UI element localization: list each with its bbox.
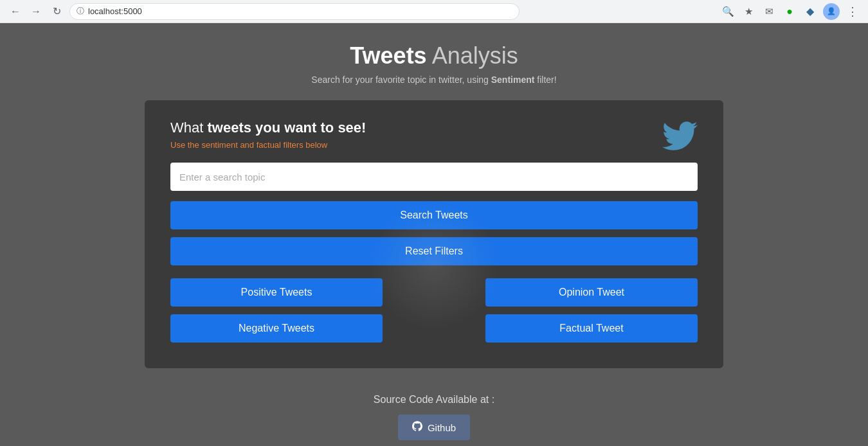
extension-icon-python[interactable]: ◆ [802,4,818,19]
filter-buttons-grid: Positive Tweets Opinion Tweet Negative T… [170,278,698,343]
reload-button[interactable]: ↻ [49,4,64,19]
card-title-before: What [170,120,207,136]
footer-text: Source Code Available at : [374,394,494,406]
extension-icon-green[interactable]: ● [782,4,797,19]
card-title-bold: tweets you want to see! [207,120,366,136]
search-input[interactable] [170,163,698,191]
mail-icon[interactable]: ✉ [761,4,777,19]
zoom-button[interactable]: 🔍 [720,4,736,19]
url-text: localhost:5000 [88,6,142,16]
address-bar[interactable]: ⓘ localhost:5000 [69,3,520,20]
footer-section: Source Code Available at : Github [374,394,494,440]
menu-button[interactable]: ⋮ [845,4,860,19]
bookmark-button[interactable]: ★ [741,4,756,19]
card-header: What tweets you want to see! Use the sen… [170,120,698,150]
browser-actions: 🔍 ★ ✉ ● ◆ 👤 ⋮ [720,3,860,20]
title-thin: Analysis [427,42,518,69]
search-tweets-button[interactable]: Search Tweets [170,201,698,229]
factual-tweet-button[interactable]: Factual Tweet [485,314,698,343]
page-title: Tweets Analysis [350,42,518,69]
title-bold: Tweets [350,42,426,69]
main-card: What tweets you want to see! Use the sen… [145,100,723,368]
github-button[interactable]: Github [398,415,470,440]
subtitle-before: Search for your favorite topic in twitte… [311,75,491,85]
negative-tweets-button[interactable]: Negative Tweets [170,314,383,343]
twitter-bird-icon [662,118,698,161]
avatar[interactable]: 👤 [823,3,840,20]
subtitle-after: filter! [534,75,556,85]
positive-tweets-button[interactable]: Positive Tweets [170,278,383,307]
github-label: Github [428,422,456,433]
info-icon: ⓘ [77,6,84,17]
page-content: Tweets Analysis Search for your favorite… [0,23,868,446]
forward-button[interactable]: → [28,4,44,19]
opinion-tweet-button[interactable]: Opinion Tweet [485,278,698,307]
page-subtitle: Search for your favorite topic in twitte… [311,75,556,85]
subtitle-sentiment: Sentiment [491,75,535,85]
browser-toolbar: ← → ↻ ⓘ localhost:5000 🔍 ★ ✉ ● ◆ 👤 ⋮ [0,0,868,23]
reset-filters-button[interactable]: Reset Filters [170,237,698,265]
card-subtitle: Use the sentiment and factual filters be… [170,140,698,150]
card-title: What tweets you want to see! [170,120,698,136]
github-icon [412,421,422,434]
back-button[interactable]: ← [8,4,23,19]
